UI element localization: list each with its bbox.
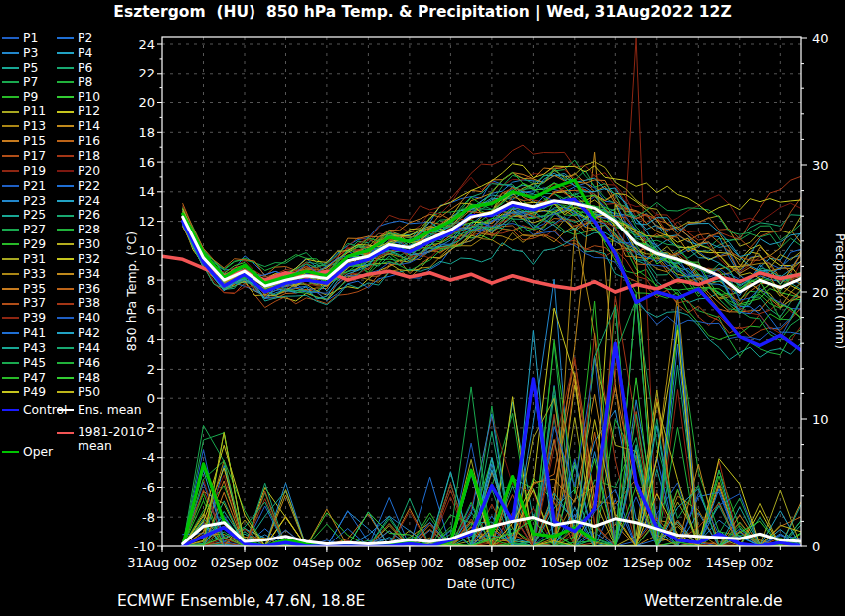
x-axis-title: Date (UTC) xyxy=(447,576,515,591)
x-axis-tick-label: 08Sep 00z xyxy=(458,555,527,570)
y-right-tick-label: 10 xyxy=(812,412,829,427)
y-left-tick-label: 18 xyxy=(138,125,155,140)
y-left-tick-label: -2 xyxy=(142,420,155,435)
member-temp-line xyxy=(183,160,801,340)
x-axis-tick-label: 12Sep 00z xyxy=(623,555,692,570)
y-left-tick-label: 22 xyxy=(138,66,155,80)
y-left-tick-label: 16 xyxy=(138,155,155,170)
y-left-tick-label: -8 xyxy=(142,510,155,525)
y-left-tick-label: 10 xyxy=(138,243,155,258)
y-left-tick-label: 4 xyxy=(147,332,155,347)
y-right-tick-label: 40 xyxy=(812,31,829,46)
site-credit-text: Wetterzentrale.de xyxy=(644,592,783,610)
x-axis-tick-label: 04Sep 00z xyxy=(293,555,362,570)
x-axis-tick-label: 10Sep 00z xyxy=(541,555,609,570)
y-left-tick-label: 20 xyxy=(138,95,155,110)
y-left-tick-label: 14 xyxy=(138,184,155,199)
ensemble-meteogram: Esztergom (HU) 850 hPa Temp. & Precipita… xyxy=(0,0,845,616)
x-axis-tick-label: 14Sep 00z xyxy=(706,555,774,570)
y-right-tick-label: 0 xyxy=(812,539,820,554)
y-axis-right-title: Precipitation (mm) xyxy=(833,233,845,349)
y-right-tick-label: 30 xyxy=(812,158,829,173)
model-info-text: ECMWF Ensemble, 47.6N, 18.8E xyxy=(117,592,365,610)
y-left-tick-label: -10 xyxy=(134,539,155,554)
y-axis-left-title: 850 hPa Temp. (°C) xyxy=(124,231,139,351)
y-left-tick-label: 0 xyxy=(147,391,155,406)
y-left-tick-label: 6 xyxy=(147,302,155,317)
y-left-tick-label: 12 xyxy=(138,214,155,229)
ensemble-chart: -10-8-6-4-202468101214161820222401020304… xyxy=(0,0,845,616)
x-axis-tick-label: 06Sep 00z xyxy=(376,555,444,570)
x-axis-tick-label: 31Aug 00z xyxy=(127,555,197,570)
x-axis-tick-label: 02Sep 00z xyxy=(211,555,279,570)
y-left-tick-label: 24 xyxy=(138,37,155,52)
y-right-tick-label: 20 xyxy=(812,285,829,300)
member-temp-line xyxy=(183,168,801,281)
y-left-tick-label: 8 xyxy=(147,273,155,288)
y-left-tick-label: -6 xyxy=(142,480,155,495)
member-precip-line xyxy=(183,203,801,546)
data-series xyxy=(162,38,801,546)
y-left-tick-label: 2 xyxy=(147,362,155,377)
y-left-tick-label: -4 xyxy=(142,450,155,465)
